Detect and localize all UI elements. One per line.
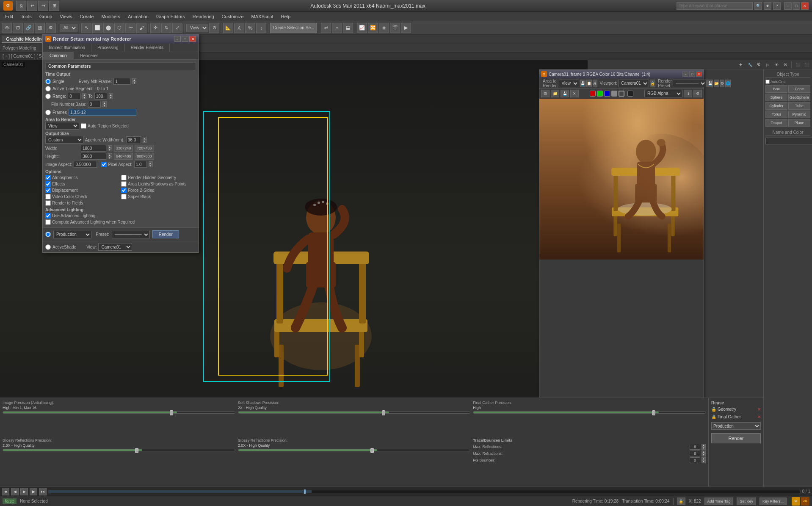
display-channel-dropdown[interactable]: RGB Alpha <box>644 90 682 97</box>
select-region-lasso-btn[interactable]: 〜 <box>125 23 135 33</box>
render-hidden-checkbox[interactable] <box>121 175 127 180</box>
clone-rendered-btn[interactable]: ⊞ <box>541 90 550 97</box>
material-editor-btn[interactable]: ◈ <box>379 23 389 33</box>
aperture-input[interactable] <box>126 136 141 143</box>
auto-region-checkbox[interactable] <box>81 123 86 129</box>
displacement-checkbox[interactable] <box>45 188 51 193</box>
finalgather-lock-icon[interactable]: 🔒 <box>711 415 716 419</box>
menu-help[interactable]: Help <box>278 13 294 20</box>
range-radio[interactable] <box>45 94 51 99</box>
add-time-tag-btn[interactable]: Add Time Tag <box>704 498 734 505</box>
file-num-up-btn[interactable]: ▲ <box>102 101 107 104</box>
single-radio[interactable] <box>45 79 51 84</box>
render-setup-btn[interactable]: ⚙ <box>720 80 724 87</box>
area-lights-checkbox[interactable] <box>121 181 127 187</box>
select-filter-dropdown[interactable]: All <box>60 24 77 32</box>
move-btn[interactable]: ✛ <box>150 23 160 33</box>
close-button[interactable]: ✕ <box>801 2 809 10</box>
lock-viewport-btn[interactable]: 🔒 <box>650 80 655 87</box>
pixel-aspect-checkbox[interactable] <box>101 162 107 167</box>
rotate-btn[interactable]: ↻ <box>161 23 171 33</box>
aperture-up-btn[interactable]: ▲ <box>143 137 147 140</box>
red-channel-btn[interactable] <box>590 91 596 97</box>
menu-group[interactable]: Group <box>36 13 56 20</box>
crw-minimize-btn[interactable]: − <box>682 72 688 77</box>
quick-access-btn[interactable]: ⎘ <box>16 1 26 11</box>
frames-radio[interactable] <box>45 110 51 115</box>
render-dialog-maximize-btn[interactable]: □ <box>182 36 188 42</box>
res-720x486-btn[interactable]: 720×486 <box>135 145 154 152</box>
every-nth-input[interactable] <box>113 78 130 85</box>
bookmark-btn[interactable]: ★ <box>764 2 771 10</box>
aperture-down-btn[interactable]: ▼ <box>143 140 147 143</box>
height-up-btn[interactable]: ▲ <box>108 153 112 156</box>
res-320x240-btn[interactable]: 320×240 <box>114 145 133 152</box>
common-sub-tab[interactable]: Common <box>43 52 74 59</box>
channel-settings-btn[interactable]: ⚙ <box>693 90 702 97</box>
blue-channel-btn[interactable] <box>604 91 610 97</box>
minimize-button[interactable]: − <box>784 2 792 10</box>
crw-maximize-btn[interactable]: □ <box>689 72 695 77</box>
help-btn[interactable]: ? <box>773 2 781 10</box>
res-800x600-btn[interactable]: 800×600 <box>135 153 154 160</box>
use-advanced-checkbox[interactable] <box>45 213 51 218</box>
menu-customize[interactable]: Customize <box>218 13 247 20</box>
frames-input[interactable] <box>69 109 136 116</box>
select-region-btn[interactable]: ⊡ <box>13 23 23 33</box>
activeshade-view-dropdown[interactable]: Camera01 <box>98 243 132 251</box>
spinner-snap-btn[interactable]: ↕ <box>256 23 266 33</box>
render-mode-dropdown[interactable]: Production <box>53 231 91 238</box>
lock-keys-btn[interactable]: 🔒 <box>677 498 685 505</box>
range-to-input[interactable] <box>94 93 107 100</box>
geosphere-btn[interactable]: GeoSphere <box>788 94 810 101</box>
geometry-lock-icon[interactable]: 🔒 <box>711 407 716 412</box>
final-gather-slider-thumb[interactable] <box>652 410 655 415</box>
range-to-up-btn[interactable]: ▲ <box>109 93 113 96</box>
image-aspect-input[interactable] <box>74 161 97 168</box>
output-size-dropdown[interactable]: Custom <box>45 136 83 144</box>
video-color-checkbox[interactable] <box>45 194 51 199</box>
environment-btn[interactable]: 🌐 <box>725 80 731 87</box>
menu-views[interactable]: Views <box>56 13 75 20</box>
super-black-checkbox[interactable] <box>121 194 127 199</box>
quick-access-btn2[interactable]: ↩ <box>27 1 37 11</box>
keyword-search-input[interactable] <box>677 2 753 10</box>
production-dropdown[interactable]: Production <box>711 422 761 430</box>
quick-access-btn3[interactable]: ↪ <box>38 1 48 11</box>
utilities-icon[interactable]: 🛠 <box>782 61 789 69</box>
pyramid-btn[interactable]: Pyramid <box>788 111 810 118</box>
green-channel-btn[interactable] <box>597 91 603 97</box>
delete-image-btn[interactable]: ✕ <box>570 90 579 97</box>
render-dialog-minimize-btn[interactable]: − <box>174 36 181 42</box>
pixel-up-btn[interactable]: ▲ <box>149 161 153 164</box>
set-key-btn[interactable]: Set Key <box>737 498 756 505</box>
open-image-btn[interactable]: 📁 <box>551 90 559 97</box>
refract-down-btn[interactable]: ▼ <box>702 453 706 456</box>
viewport-dropdown[interactable]: Camera01 <box>618 80 649 87</box>
glossy-reflect-slider-thumb[interactable] <box>135 448 138 453</box>
menu-tools[interactable]: Tools <box>17 13 35 20</box>
timeline-track[interactable] <box>48 490 801 493</box>
cone-btn[interactable]: Cone <box>788 85 810 93</box>
plane-btn[interactable]: Plane <box>788 119 810 127</box>
nth-down-btn[interactable]: ▼ <box>132 81 136 84</box>
max-refract-input[interactable] <box>690 451 700 456</box>
snap-3d-btn[interactable]: 📐 <box>223 23 233 33</box>
menu-edit[interactable]: Edit <box>2 13 17 20</box>
refract-up-btn[interactable]: ▲ <box>702 451 706 453</box>
active-time-radio[interactable] <box>45 86 51 91</box>
cylinder-btn[interactable]: Cylinder <box>765 102 787 110</box>
align-btn[interactable]: ≡ <box>332 23 342 33</box>
play-btn[interactable]: ▶ <box>20 488 28 495</box>
save-image-btn[interactable]: 💾 <box>561 90 569 97</box>
sphere-btn[interactable]: Sphere <box>765 94 787 101</box>
select-btn[interactable]: ↖ <box>81 23 91 33</box>
render-scene-btn[interactable]: 🎬 <box>390 23 400 33</box>
range-to-down-btn[interactable]: ▼ <box>109 96 113 99</box>
file-num-down-btn[interactable]: ▼ <box>102 104 107 107</box>
select-object-btn[interactable]: ⊕ <box>2 23 12 33</box>
render-preset-dropdown[interactable]: ────────── <box>673 80 707 87</box>
menu-graph-editors[interactable]: Graph Editors <box>153 13 188 20</box>
width-input[interactable] <box>81 145 106 152</box>
angle-snap-btn[interactable]: ∡ <box>234 23 244 33</box>
